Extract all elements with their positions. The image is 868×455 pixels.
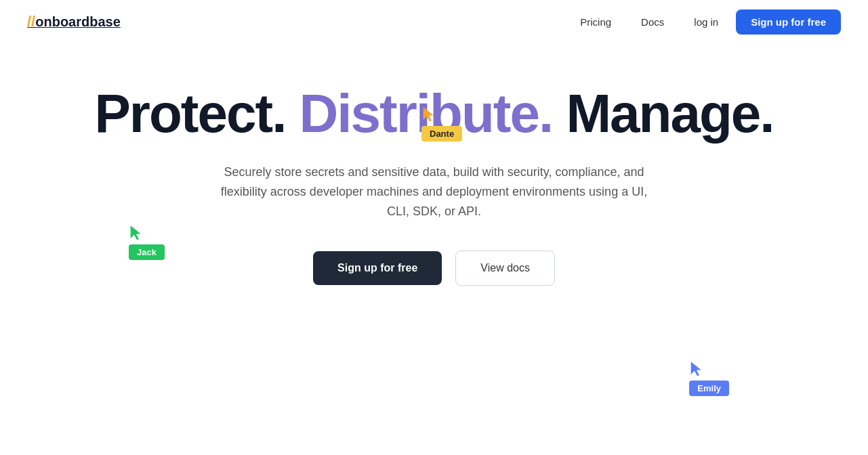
cursor-jack: Jack [129,224,165,260]
nav-login[interactable]: log in [682,11,730,33]
emily-cursor-arrow [689,360,705,379]
logo-text: onboardbase [35,14,121,29]
jack-cursor-label: Jack [129,244,165,260]
hero-docs-button[interactable]: View docs [455,251,555,286]
hero-heading-part3: Manage. [552,83,773,144]
navbar: //onboardbase Pricing Docs log in Sign u… [0,0,868,43]
hero-section: Dante Protect. Distribute. Manage. Secur… [0,43,868,286]
hero-signup-button[interactable]: Sign up for free [313,251,442,285]
hero-subtext: Securely store secrets and sensitive dat… [211,162,658,221]
hero-buttons: Sign up for free View docs [313,251,555,286]
nav-docs[interactable]: Docs [629,11,676,33]
nav-signup-button[interactable]: Sign up for free [736,9,841,35]
dante-cursor-label: Dante [421,126,462,142]
dante-cursor-arrow [421,106,438,125]
logo-slash: // [27,13,35,30]
nav-links: Pricing Docs log in Sign up for free [568,9,841,35]
cursor-emily: Emily [689,360,729,396]
logo[interactable]: //onboardbase [27,13,121,30]
hero-heading-part1: Protect. [95,83,299,144]
jack-cursor-arrow [129,224,145,243]
nav-pricing[interactable]: Pricing [568,11,623,33]
cursor-dante: Dante [421,106,462,142]
emily-cursor-label: Emily [689,381,729,396]
